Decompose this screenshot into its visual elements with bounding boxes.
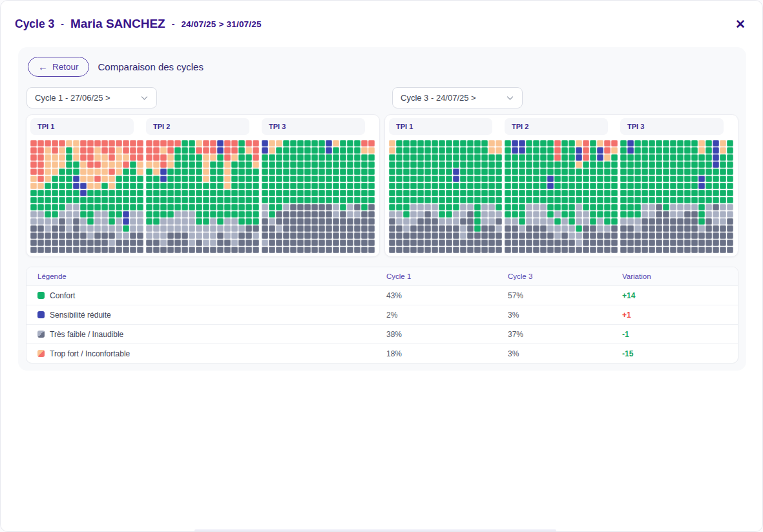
heatmap-cell <box>101 197 108 203</box>
heatmap-cell <box>238 190 245 196</box>
heatmap-cell <box>417 154 424 161</box>
heatmap-cell <box>642 204 648 210</box>
heatmap-cell <box>439 147 445 154</box>
tpi-column: TPI 2 <box>146 118 260 253</box>
heatmap-cell <box>396 232 402 239</box>
heatmap-cell <box>253 190 259 196</box>
heatmap-cell <box>453 232 459 239</box>
heatmap-cell <box>167 140 174 147</box>
cycle-select-left[interactable]: Cycle 1 - 27/06/25 > <box>26 87 157 108</box>
heatmap-cell <box>649 176 655 182</box>
heatmap-cell <box>512 197 518 203</box>
heatmap-cell <box>246 154 252 161</box>
legend-cycle1-value: 43% <box>386 291 508 300</box>
heatmap-cell <box>698 176 705 182</box>
heatmap-cell <box>424 218 431 225</box>
heatmap-cell <box>620 211 627 218</box>
heatmap-cell <box>649 218 655 225</box>
heatmap-cell <box>52 204 58 210</box>
heatmap-cell <box>467 190 474 196</box>
back-button[interactable]: ← Retour <box>28 57 89 77</box>
heatmap-cell <box>505 218 511 225</box>
heatmap-cell <box>533 169 539 175</box>
heatmap-cell <box>677 169 684 175</box>
heatmap-cell <box>611 169 618 175</box>
heatmap-cell <box>368 140 375 147</box>
heatmap-cell <box>453 190 459 196</box>
heatmap-cell <box>424 183 431 189</box>
heatmap-cell <box>130 190 136 196</box>
heatmap-cell <box>424 204 431 210</box>
heatmap-cell <box>691 190 698 196</box>
heatmap-cell <box>611 247 618 253</box>
heatmap-cell <box>540 190 547 196</box>
heatmap-cell <box>66 247 72 253</box>
heatmap-cell <box>333 211 339 218</box>
heatmap-cell <box>217 147 224 154</box>
heatmap-cell <box>137 183 143 189</box>
heatmap-cell <box>167 218 174 225</box>
heatmap-cell <box>576 190 582 196</box>
heatmap-cell <box>533 247 539 253</box>
heatmap-cell <box>505 147 511 154</box>
heatmap-cell <box>389 211 395 218</box>
heatmap-cell <box>311 197 318 203</box>
heatmap-cell <box>590 204 596 210</box>
heatmap-cell <box>94 204 101 210</box>
heatmap-cell <box>340 211 346 218</box>
heatmap-cell <box>597 183 603 189</box>
cycle-select-right[interactable]: Cycle 3 - 24/07/25 > <box>392 87 523 108</box>
heatmap-cell <box>389 197 395 203</box>
heatmap-cell <box>238 197 245 203</box>
heatmap-cell <box>361 232 368 239</box>
heatmap-cell <box>554 147 561 154</box>
heatmap-cell <box>224 190 231 196</box>
heatmap-cell <box>547 154 554 161</box>
heatmap-cell <box>569 183 575 189</box>
heatmap-cell <box>196 232 202 239</box>
heatmap-cell <box>432 161 438 168</box>
heatmap-cell <box>720 247 726 253</box>
heatmap-cell <box>547 232 554 239</box>
heatmap-cell <box>182 232 188 239</box>
heatmap-cell <box>439 232 445 239</box>
heatmap-cell <box>59 232 65 239</box>
heatmap-cell <box>203 197 209 203</box>
heatmap-cell <box>656 140 662 147</box>
legend-header-cycle1: Cycle 1 <box>386 272 508 280</box>
heatmap-cell <box>642 140 648 147</box>
heatmap-cell <box>620 147 627 154</box>
heatmap-cell <box>713 176 719 182</box>
heatmap-cell <box>101 232 108 239</box>
heatmap-cell <box>217 169 224 175</box>
close-icon[interactable]: ✕ <box>731 14 749 34</box>
heatmap-cell <box>182 197 188 203</box>
heatmap-cell <box>691 176 698 182</box>
heatmap-cell <box>526 211 532 218</box>
heatmap-cell <box>460 147 466 154</box>
heatmap-cell <box>389 218 395 225</box>
heatmap-cell <box>73 232 79 239</box>
heatmap-cell <box>583 211 589 218</box>
heatmap-cell <box>561 204 568 210</box>
heatmap-cell <box>153 204 160 210</box>
heatmap-cell <box>30 154 37 161</box>
heatmap-cell <box>403 204 410 210</box>
heatmap-cell <box>354 140 361 147</box>
heatmap-cell <box>519 154 525 161</box>
heatmap-cell <box>698 190 705 196</box>
heatmap-cell <box>94 183 101 189</box>
heatmap-cell <box>276 161 282 168</box>
heatmap-cell <box>224 161 231 168</box>
heatmap-cell <box>238 211 245 218</box>
heatmap-cell <box>253 169 259 175</box>
heatmap-cell <box>446 154 452 161</box>
heatmap-cell <box>547 169 554 175</box>
heatmap-cell <box>37 147 44 154</box>
heatmap-cell <box>304 197 311 203</box>
heatmap-cell <box>333 232 339 239</box>
heatmap-cell <box>146 154 152 161</box>
heatmap-cell <box>189 197 195 203</box>
heatmap-cell <box>210 232 216 239</box>
heatmap-cell <box>276 218 282 225</box>
